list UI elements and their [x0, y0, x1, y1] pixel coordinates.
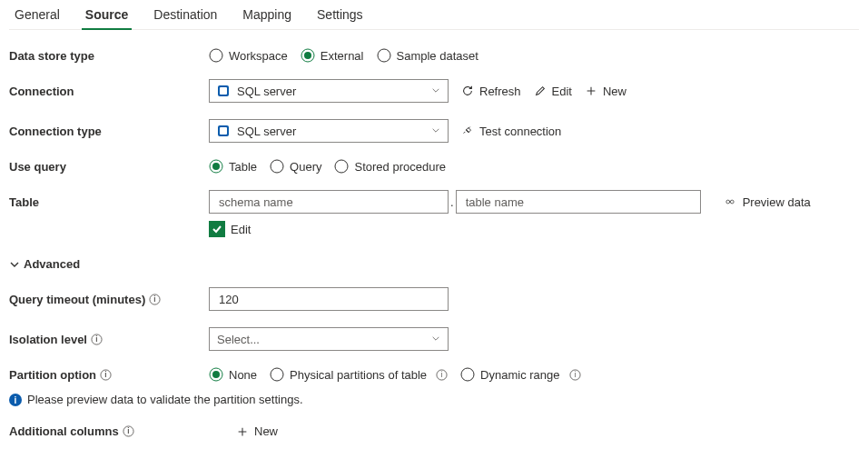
label-use-query: Use query — [9, 160, 209, 174]
plus-icon — [585, 85, 597, 97]
plus-icon — [236, 425, 249, 438]
tab-settings[interactable]: Settings — [315, 0, 365, 29]
radio-sample-dataset[interactable]: Sample dataset — [377, 48, 478, 63]
info-filled-icon: i — [9, 394, 22, 406]
svg-rect-7 — [220, 127, 227, 135]
info-icon[interactable]: i — [569, 369, 581, 381]
label-data-store-type: Data store type — [9, 49, 209, 63]
radio-partition-none[interactable]: None — [209, 367, 257, 382]
svg-point-9 — [212, 163, 220, 170]
svg-point-12 — [726, 200, 730, 204]
edit-connection-button[interactable]: Edit — [534, 85, 572, 98]
connection-type-select[interactable]: SQL server — [209, 119, 449, 143]
svg-point-13 — [730, 200, 734, 204]
table-name-input[interactable] — [456, 190, 701, 214]
radio-workspace[interactable]: Workspace — [209, 48, 288, 63]
chevron-down-icon — [9, 259, 20, 270]
svg-text:i: i — [574, 370, 576, 379]
schema-name-input[interactable] — [209, 190, 449, 214]
tab-destination[interactable]: Destination — [152, 0, 219, 29]
dot-separator: . — [450, 195, 454, 209]
info-icon[interactable]: i — [436, 369, 448, 381]
plug-icon — [461, 125, 474, 137]
refresh-button[interactable]: Refresh — [461, 85, 521, 98]
svg-point-2 — [304, 52, 311, 59]
goggles-icon — [723, 196, 737, 207]
radio-partition-physical[interactable]: Physical partitions of table i — [270, 367, 448, 382]
info-icon[interactable]: i — [149, 294, 161, 305]
test-connection-button[interactable]: Test connection — [461, 125, 561, 138]
check-icon — [209, 221, 225, 237]
radio-stored-procedure[interactable]: Stored procedure — [334, 159, 445, 174]
label-additional-columns: Additional columns i — [9, 424, 209, 438]
info-icon[interactable]: i — [123, 425, 134, 437]
connection-select[interactable]: SQL server — [209, 79, 449, 103]
chevron-down-icon — [431, 333, 440, 346]
tabs: General Source Destination Mapping Setti… — [9, 0, 859, 30]
sql-server-icon — [217, 85, 230, 97]
partition-settings-info: i Please preview data to validate the pa… — [9, 393, 859, 406]
edit-checkbox[interactable]: Edit — [209, 221, 251, 237]
chevron-down-icon — [431, 125, 440, 138]
svg-text:i: i — [154, 294, 156, 304]
svg-point-0 — [210, 49, 222, 62]
svg-rect-5 — [220, 87, 227, 95]
svg-point-25 — [461, 368, 474, 381]
svg-text:i: i — [104, 370, 106, 379]
svg-text:i: i — [127, 426, 129, 435]
svg-point-11 — [335, 160, 348, 173]
tab-general[interactable]: General — [13, 0, 62, 29]
tab-mapping[interactable]: Mapping — [241, 0, 293, 29]
refresh-icon — [461, 85, 474, 97]
label-query-timeout: Query timeout (minutes) i — [9, 293, 209, 306]
svg-point-3 — [378, 49, 390, 62]
new-connection-button[interactable]: New — [585, 85, 626, 98]
tab-source[interactable]: Source — [84, 0, 130, 29]
svg-point-10 — [271, 160, 283, 173]
label-connection: Connection — [9, 85, 209, 98]
svg-text:i: i — [95, 334, 97, 344]
label-table: Table — [9, 195, 209, 209]
query-timeout-input[interactable] — [209, 287, 449, 311]
pencil-icon — [534, 85, 547, 97]
svg-point-22 — [271, 368, 283, 381]
label-isolation-level: Isolation level i — [9, 333, 209, 346]
preview-data-button[interactable]: Preview data — [723, 195, 811, 209]
label-partition-option: Partition option i — [9, 368, 209, 382]
label-connection-type: Connection type — [9, 125, 209, 138]
info-icon[interactable]: i — [91, 334, 103, 345]
sql-server-icon — [217, 125, 230, 137]
radio-partition-dynamic[interactable]: Dynamic range i — [460, 367, 580, 382]
advanced-section-toggle[interactable]: Advanced — [9, 257, 859, 271]
chevron-down-icon — [431, 85, 440, 98]
svg-text:i: i — [441, 370, 443, 379]
radio-query[interactable]: Query — [270, 159, 321, 174]
svg-point-21 — [212, 371, 220, 378]
radio-external[interactable]: External — [301, 48, 364, 63]
add-column-button[interactable]: New — [236, 424, 278, 438]
isolation-level-select[interactable]: Select... — [209, 327, 449, 351]
radio-table[interactable]: Table — [209, 159, 257, 174]
svg-text:i: i — [15, 394, 17, 404]
info-icon[interactable]: i — [100, 369, 112, 381]
